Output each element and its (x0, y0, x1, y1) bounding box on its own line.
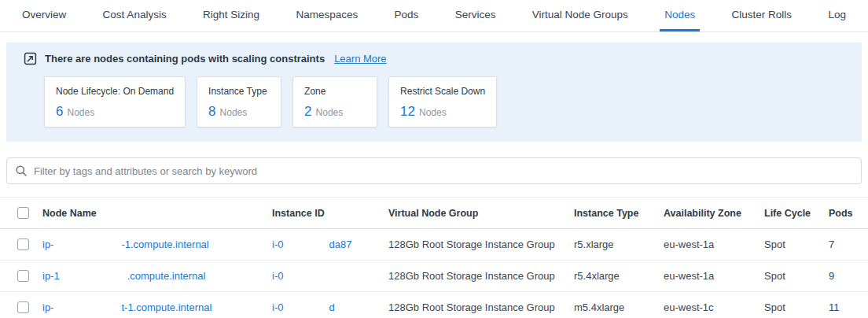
search-icon (15, 165, 28, 177)
node-name-suffix: t-1.compute.internal (121, 301, 211, 313)
instance-id-prefix: i-0 (272, 301, 283, 313)
column-node-name: Node Name (36, 198, 266, 229)
node-name-prefix: ip-1 (42, 270, 60, 282)
scaling-constraints-banner: There are nodes containing pods with sca… (6, 43, 862, 142)
card-zone[interactable]: Zone 2Nodes (292, 76, 377, 128)
table-row: ip-1.compute.internal i-0 128Gb Root Sto… (0, 261, 868, 292)
search-input[interactable] (34, 165, 853, 177)
card-unit: Nodes (316, 107, 344, 118)
vng-cell: 128Gb Root Storage Instance Group (382, 261, 568, 292)
column-instance-id: Instance ID (266, 198, 382, 229)
instance-id-link[interactable]: i-0d (272, 301, 335, 313)
tab-cluster-rolls[interactable]: Cluster Rolls (727, 0, 797, 31)
card-unit: Nodes (419, 107, 447, 118)
instance-type-cell: r5.4xlarge (568, 261, 657, 292)
card-title: Instance Type (208, 86, 270, 97)
instance-id-prefix: i-0 (272, 270, 283, 282)
scale-constraint-icon (24, 52, 37, 65)
column-pods: Pods (822, 198, 868, 229)
card-count: 8 (208, 104, 215, 119)
table-row: ip-t-1.compute.internal i-0d 128Gb Root … (0, 292, 868, 318)
card-unit: Nodes (67, 107, 94, 118)
instance-id-cell: i-0da87 (266, 229, 382, 261)
instance-id-suffix: da87 (329, 238, 351, 250)
node-name-link[interactable]: ip--1.compute.internal (42, 238, 209, 250)
availability-zone-cell: eu-west-1a (657, 229, 758, 261)
banner-message: There are nodes containing pods with sca… (45, 53, 325, 65)
row-checkbox[interactable] (17, 301, 29, 313)
instance-type-cell: r5.xlarge (568, 229, 657, 261)
column-availability-zone: Availability Zone (657, 198, 758, 229)
tab-cost-analysis[interactable]: Cost Analysis (98, 0, 171, 31)
node-name-suffix: .compute.internal (127, 270, 206, 282)
card-title: Zone (304, 86, 366, 97)
instance-id-cell: i-0d (266, 292, 382, 318)
node-name-prefix: ip- (42, 301, 53, 313)
tab-log[interactable]: Log (823, 0, 851, 31)
row-checkbox[interactable] (17, 238, 29, 250)
tab-services[interactable]: Services (451, 0, 501, 31)
pods-cell: 7 (822, 229, 868, 261)
life-cycle-cell: Spot (758, 292, 822, 318)
filter-bar (6, 157, 862, 184)
instance-id-suffix: d (329, 301, 334, 313)
tab-namespaces[interactable]: Namespaces (291, 0, 362, 31)
card-count: 2 (304, 104, 311, 119)
life-cycle-cell: Spot (758, 261, 822, 292)
node-name-cell: ip-1.compute.internal (36, 261, 266, 292)
tab-virtual-node-groups[interactable]: Virtual Node Groups (528, 0, 633, 31)
life-cycle-cell: Spot (758, 229, 822, 261)
column-instance-type: Instance Type (568, 198, 657, 229)
instance-id-link[interactable]: i-0 (272, 270, 329, 282)
node-name-link[interactable]: ip-1.compute.internal (42, 270, 205, 282)
column-virtual-node-group: Virtual Node Group (382, 198, 568, 229)
column-life-cycle: Life Cycle (758, 198, 822, 229)
constraint-cards: Node Lifecycle: On Demand 6Nodes Instanc… (44, 76, 862, 128)
nodes-table: Node Name Instance ID Virtual Node Group… (0, 197, 868, 318)
cluster-tab-bar: Overview Cost Analysis Right Sizing Name… (0, 0, 868, 32)
select-all-checkbox[interactable] (17, 207, 29, 219)
card-title: Node Lifecycle: On Demand (56, 86, 174, 97)
node-name-cell: ip--1.compute.internal (36, 229, 266, 261)
node-name-suffix: -1.compute.internal (121, 238, 208, 250)
row-checkbox[interactable] (17, 270, 29, 282)
instance-type-cell: m5.4xlarge (568, 292, 657, 318)
pods-cell: 11 (822, 292, 868, 318)
card-node-lifecycle[interactable]: Node Lifecycle: On Demand 6Nodes (44, 76, 186, 128)
vng-cell: 128Gb Root Storage Instance Group (382, 229, 568, 261)
vng-cell: 128Gb Root Storage Instance Group (382, 292, 568, 318)
card-unit: Nodes (220, 107, 248, 118)
instance-id-link[interactable]: i-0da87 (272, 238, 351, 250)
tab-overview[interactable]: Overview (17, 0, 71, 31)
table-row: ip--1.compute.internal i-0da87 128Gb Roo… (0, 229, 868, 261)
instance-id-prefix: i-0 (272, 238, 283, 250)
pods-cell: 9 (822, 261, 868, 292)
node-name-prefix: ip- (42, 238, 53, 250)
tab-nodes[interactable]: Nodes (660, 0, 700, 31)
learn-more-link[interactable]: Learn More (334, 53, 386, 65)
instance-id-cell: i-0 (266, 261, 382, 292)
card-count: 12 (400, 104, 415, 119)
card-instance-type[interactable]: Instance Type 8Nodes (197, 76, 281, 128)
table-header-row: Node Name Instance ID Virtual Node Group… (0, 198, 868, 229)
node-name-link[interactable]: ip-t-1.compute.internal (42, 301, 211, 313)
card-title: Restrict Scale Down (400, 86, 485, 97)
tab-pods[interactable]: Pods (390, 0, 424, 31)
availability-zone-cell: eu-west-1a (657, 261, 758, 292)
card-count: 6 (56, 104, 63, 119)
card-restrict-scale-down[interactable]: Restrict Scale Down 12Nodes (388, 76, 497, 128)
node-name-cell: ip-t-1.compute.internal (36, 292, 266, 318)
tab-right-sizing[interactable]: Right Sizing (198, 0, 264, 31)
availability-zone-cell: eu-west-1c (657, 292, 758, 318)
